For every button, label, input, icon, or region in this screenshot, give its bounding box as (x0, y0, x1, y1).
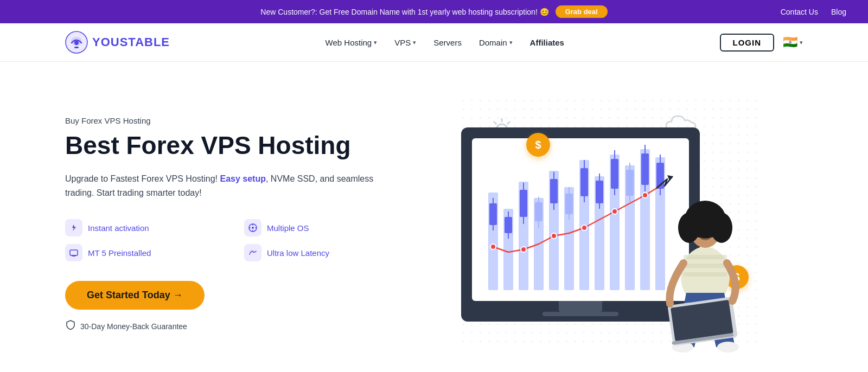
feature-label: Ultra low Latency (267, 248, 329, 258)
banner-text: New Customer?: Get Free Domain Name with… (260, 8, 548, 16)
monitor-stand (559, 301, 602, 312)
chevron-down-icon: ▾ (800, 39, 803, 46)
svg-point-64 (692, 205, 719, 227)
svg-rect-65 (684, 255, 727, 259)
feature-mt5-preinstalled: MT 5 Preinstalled (65, 244, 212, 261)
svg-rect-3 (74, 47, 79, 48)
blog-link[interactable]: Blog (831, 8, 846, 16)
feature-ultra-low-latency: Ultra low Latency (244, 244, 391, 261)
hero-left: Buy Forex VPS Hosting Best Forex VPS Hos… (65, 116, 391, 333)
svg-point-2 (74, 41, 79, 45)
svg-point-54 (551, 233, 557, 239)
hero-highlight: Easy setup (220, 174, 265, 183)
features-grid: Instant activation Multiple OS MT 5 Prei… (65, 219, 391, 261)
login-button[interactable]: LOGIN (720, 34, 775, 52)
feature-multiple-os: Multiple OS (244, 219, 391, 236)
mt5-icon (65, 244, 82, 261)
svg-rect-67 (684, 272, 727, 277)
nav-item-vps[interactable]: VPS ▾ (394, 38, 416, 47)
svg-point-6 (252, 227, 254, 229)
hero-illustration: $ $ (391, 100, 803, 349)
latency-icon (244, 244, 261, 261)
nav-right: LOGIN 🇮🇳 ▾ (720, 34, 803, 52)
svg-point-53 (521, 247, 526, 252)
feature-instant-activation: Instant activation (65, 219, 212, 236)
feature-label: Multiple OS (267, 223, 309, 233)
top-banner: New Customer?: Get Free Domain Name with… (0, 0, 868, 23)
svg-point-56 (612, 209, 617, 214)
svg-point-55 (582, 225, 587, 230)
svg-rect-66 (684, 264, 727, 268)
contact-us-link[interactable]: Contact Us (781, 8, 818, 16)
nav-item-affiliates[interactable]: Affiliates (530, 38, 564, 47)
woman-illustration (640, 179, 770, 355)
nav-menu: Web Hosting ▾ VPS ▾ Servers Domain ▾ Aff… (326, 38, 564, 47)
feature-label: MT 5 Preinstalled (88, 248, 151, 258)
hero-section: Buy Forex VPS Hosting Best Forex VPS Hos… (0, 62, 868, 372)
hero-description: Upgrade to Fastest Forex VPS Hosting! Ea… (65, 172, 391, 200)
language-selector[interactable]: 🇮🇳 ▾ (783, 35, 803, 49)
money-back-text: 30-Day Money-Back Guarantee (80, 322, 187, 331)
logo-text: YOUSTABLE (92, 35, 170, 49)
hero-title: Best Forex VPS Hosting (65, 132, 391, 159)
svg-point-52 (490, 244, 496, 249)
feature-label: Instant activation (88, 223, 149, 233)
instant-activation-icon (65, 219, 82, 236)
get-started-button[interactable]: Get Started Today → (65, 281, 205, 310)
logo-link[interactable]: YOUSTABLE (65, 31, 170, 54)
monitor-base (542, 312, 618, 316)
grab-deal-button[interactable]: Grab deal (556, 5, 608, 18)
logo-icon (65, 31, 88, 54)
chevron-down-icon: ▾ (413, 39, 416, 46)
navbar: YOUSTABLE Web Hosting ▾ VPS ▾ Servers Do… (0, 23, 868, 62)
hero-subtitle: Buy Forex VPS Hosting (65, 116, 391, 125)
flag-icon: 🇮🇳 (783, 35, 797, 49)
nav-item-servers[interactable]: Servers (433, 38, 462, 47)
nav-item-domain[interactable]: Domain ▾ (479, 38, 513, 47)
money-back-guarantee: 30-Day Money-Back Guarantee (65, 319, 391, 333)
svg-rect-11 (70, 250, 78, 255)
multiple-os-icon (244, 219, 261, 236)
chevron-down-icon: ▾ (509, 39, 513, 46)
chevron-down-icon: ▾ (374, 39, 377, 46)
shield-icon (65, 319, 76, 333)
nav-item-web-hosting[interactable]: Web Hosting ▾ (326, 38, 378, 47)
svg-point-69 (717, 342, 739, 352)
banner-right-links: Contact Us Blog (781, 8, 846, 16)
dollar-coin-1: $ (526, 133, 550, 157)
